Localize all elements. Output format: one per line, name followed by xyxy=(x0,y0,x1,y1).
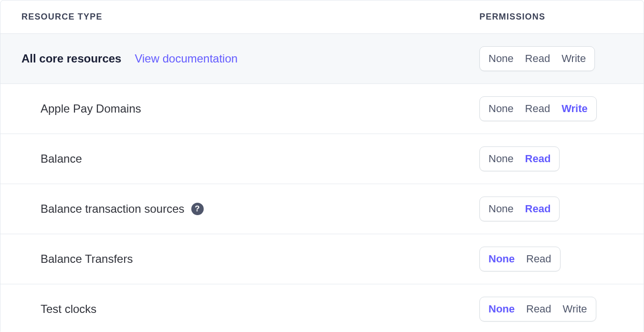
perm-write-test-clocks[interactable]: Write xyxy=(557,299,593,319)
resource-label: Balance xyxy=(41,152,82,166)
perm-none-all-core[interactable]: None xyxy=(483,49,519,69)
resource-label-all-core: All core resources xyxy=(21,52,121,65)
perm-group: None Read Write xyxy=(479,96,597,121)
row-test-clocks: Test clocks None Read Write xyxy=(0,284,644,332)
row-all-core-resources: All core resources View documentation No… xyxy=(0,34,644,84)
help-icon[interactable]: ? xyxy=(191,203,204,215)
resource-cell: Balance xyxy=(21,152,479,166)
perm-read-test-clocks[interactable]: Read xyxy=(520,299,557,319)
perm-read-apple-pay[interactable]: Read xyxy=(519,99,556,119)
view-documentation-link[interactable]: View documentation xyxy=(135,52,238,65)
perm-cell: None Read Write xyxy=(479,96,623,121)
perm-none-balance[interactable]: None xyxy=(483,149,519,169)
row-balance-transfers: Balance Transfers None Read xyxy=(0,234,644,284)
resource-cell: Test clocks xyxy=(21,302,479,316)
perm-group-all-core: None Read Write xyxy=(479,46,595,71)
perm-group: None Read Write xyxy=(479,297,596,322)
perm-read-bts[interactable]: Read xyxy=(519,199,557,219)
resource-cell: Balance Transfers xyxy=(21,252,479,266)
table-header-row: RESOURCE TYPE PERMISSIONS xyxy=(0,0,644,34)
perm-cell: None Read xyxy=(479,247,623,271)
resource-cell-all-core: All core resources View documentation xyxy=(21,52,479,65)
perm-group: None Read xyxy=(479,146,560,171)
resource-cell: Apple Pay Domains xyxy=(21,102,479,115)
perm-cell: None Read Write xyxy=(479,297,623,322)
resource-label: Test clocks xyxy=(41,302,96,316)
resource-label: Balance transaction sources xyxy=(41,202,185,216)
perm-read-balance[interactable]: Read xyxy=(519,149,557,169)
perm-read-balance-transfers[interactable]: Read xyxy=(520,249,557,269)
perm-read-all-core[interactable]: Read xyxy=(519,49,556,69)
perm-cell-all-core: None Read Write xyxy=(479,46,623,71)
perm-none-bts[interactable]: None xyxy=(483,199,519,219)
header-resource-type: RESOURCE TYPE xyxy=(21,12,479,22)
perm-write-apple-pay[interactable]: Write xyxy=(556,99,593,119)
perm-group: None Read xyxy=(479,197,560,221)
perm-cell: None Read xyxy=(479,146,623,171)
perm-none-balance-transfers[interactable]: None xyxy=(483,249,520,269)
perm-group: None Read xyxy=(479,247,561,271)
resource-label: Apple Pay Domains xyxy=(41,102,141,115)
permissions-table: RESOURCE TYPE PERMISSIONS All core resou… xyxy=(0,0,644,332)
resource-label: Balance Transfers xyxy=(41,252,133,266)
row-balance: Balance None Read xyxy=(0,134,644,184)
row-balance-transaction-sources: Balance transaction sources ? None Read xyxy=(0,184,644,234)
perm-write-all-core[interactable]: Write xyxy=(556,49,592,69)
row-apple-pay-domains: Apple Pay Domains None Read Write xyxy=(0,84,644,134)
perm-none-test-clocks[interactable]: None xyxy=(483,299,520,319)
header-permissions: PERMISSIONS xyxy=(479,12,623,22)
perm-none-apple-pay[interactable]: None xyxy=(483,99,519,119)
perm-cell: None Read xyxy=(479,197,623,221)
resource-cell: Balance transaction sources ? xyxy=(21,202,479,216)
